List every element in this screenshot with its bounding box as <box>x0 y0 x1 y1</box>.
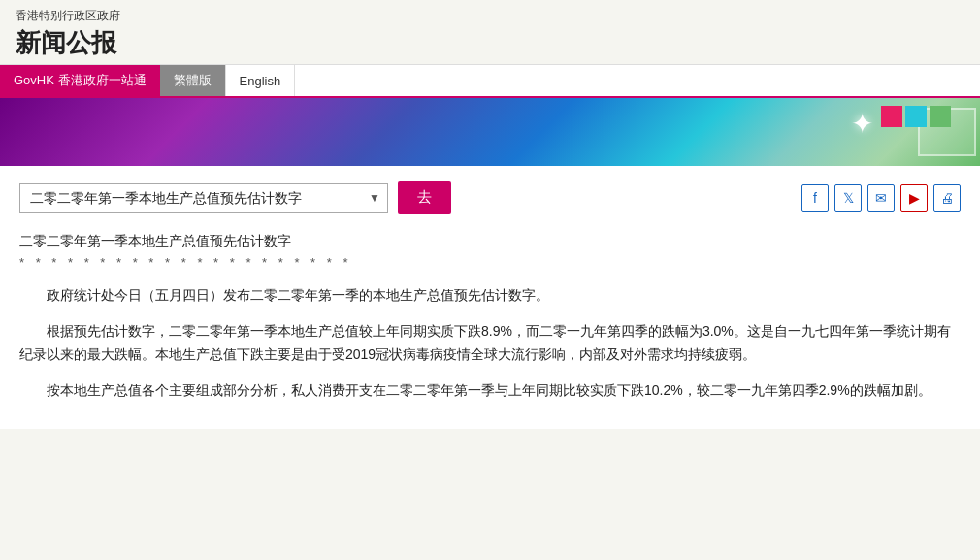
article-divider: * * * * * * * * * * * * * * * * * * * * … <box>19 255 961 270</box>
article-para-3: 按本地生产总值各个主要组成部分分析，私人消费开支在二零二零年第一季与上年同期比较… <box>19 379 961 403</box>
facebook-icon[interactable]: f <box>801 184 829 212</box>
article-para-2: 根据预先估计数字，二零二零年第一季本地生产总值较上年同期实质下跌8.9%，而二零… <box>19 319 961 367</box>
banner-star-icon: ✦ <box>851 108 873 140</box>
govhk-link[interactable]: GovHK 香港政府一站通 <box>0 65 160 96</box>
dropdown-row: 二零二零年第一季本地生产总值预先估计数字 ▼ 去 f 𝕏 ✉ ▶ 🖨 <box>19 181 961 214</box>
article-body: 政府统计处今日（五月四日）发布二零二零年第一季的本地生产总值预先估计数字。 根据… <box>19 283 961 402</box>
banner-pink-square <box>881 106 902 127</box>
social-icons: f 𝕏 ✉ ▶ 🖨 <box>801 184 961 212</box>
header: 香港特别行政区政府 新闻公报 <box>0 0 980 65</box>
banner-teal-square <box>905 106 927 127</box>
print-icon[interactable]: 🖨 <box>933 184 961 212</box>
english-link[interactable]: English <box>225 65 296 96</box>
trad-link[interactable]: 繁體版 <box>160 65 225 96</box>
dropdown-wrapper: 二零二零年第一季本地生产总值预先估计数字 ▼ <box>19 183 388 213</box>
twitter-icon[interactable]: 𝕏 <box>834 184 862 212</box>
article-title: 二零二零年第一季本地生产总值预先估计数字 <box>19 231 961 251</box>
youtube-icon[interactable]: ▶ <box>900 184 928 212</box>
content-area: 二零二零年第一季本地生产总值预先估计数字 ▼ 去 f 𝕏 ✉ ▶ 🖨 二零二零年… <box>0 166 980 429</box>
email-icon[interactable]: ✉ <box>867 184 895 212</box>
banner: ✦ <box>0 98 980 166</box>
gov-label: 香港特别行政区政府 <box>16 8 964 24</box>
banner-green-square <box>930 106 951 127</box>
article-select[interactable]: 二零二零年第一季本地生产总值预先估计数字 <box>19 183 388 213</box>
article-para-1: 政府统计处今日（五月四日）发布二零二零年第一季的本地生产总值预先估计数字。 <box>19 283 961 308</box>
go-button[interactable]: 去 <box>398 181 451 214</box>
navbar: GovHK 香港政府一站通 繁體版 English <box>0 65 980 98</box>
page-title: 新闻公报 <box>16 26 964 60</box>
